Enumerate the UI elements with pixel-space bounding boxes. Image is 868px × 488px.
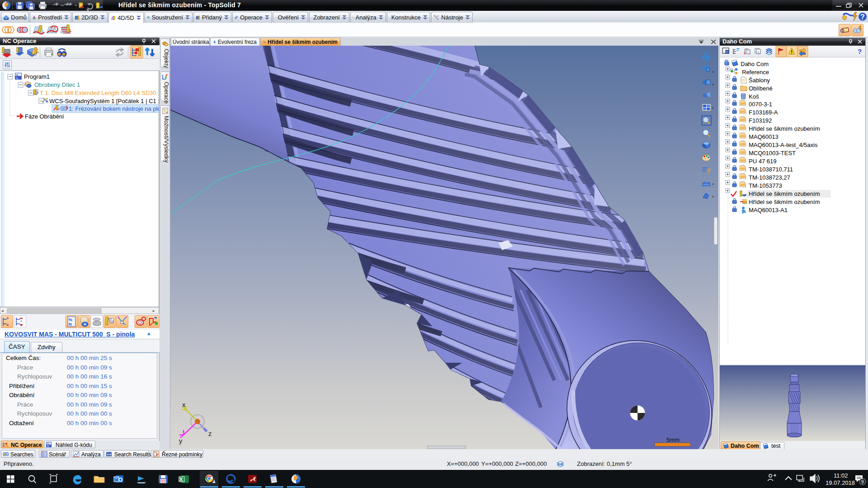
svg-text:?: ? (858, 47, 862, 55)
svg-text:y: y (179, 437, 183, 445)
svg-text:9: 9 (861, 479, 864, 484)
svg-text:x: x (744, 52, 746, 55)
svg-text:%: % (69, 317, 72, 322)
svg-text:x: x (182, 401, 186, 408)
svg-text:X: X (179, 477, 183, 482)
svg-text:N: N (16, 77, 18, 80)
svg-text:N: N (47, 445, 49, 447)
svg-text:?: ? (860, 13, 865, 21)
svg-text:5mm: 5mm (666, 436, 680, 443)
svg-text:G: G (730, 67, 733, 71)
svg-text:11:02: 11:02 (834, 472, 848, 479)
svg-text:N: N (69, 322, 72, 327)
svg-text:?: ? (707, 167, 711, 175)
svg-text:O: O (118, 477, 122, 483)
svg-text:1₂: 1₂ (757, 51, 760, 54)
svg-text:N: N (235, 17, 237, 19)
svg-text:F: F (156, 453, 159, 457)
svg-text:z: z (208, 430, 212, 437)
svg-text:%: % (16, 74, 19, 76)
svg-text:19.07.2018: 19.07.2018 (826, 479, 855, 486)
